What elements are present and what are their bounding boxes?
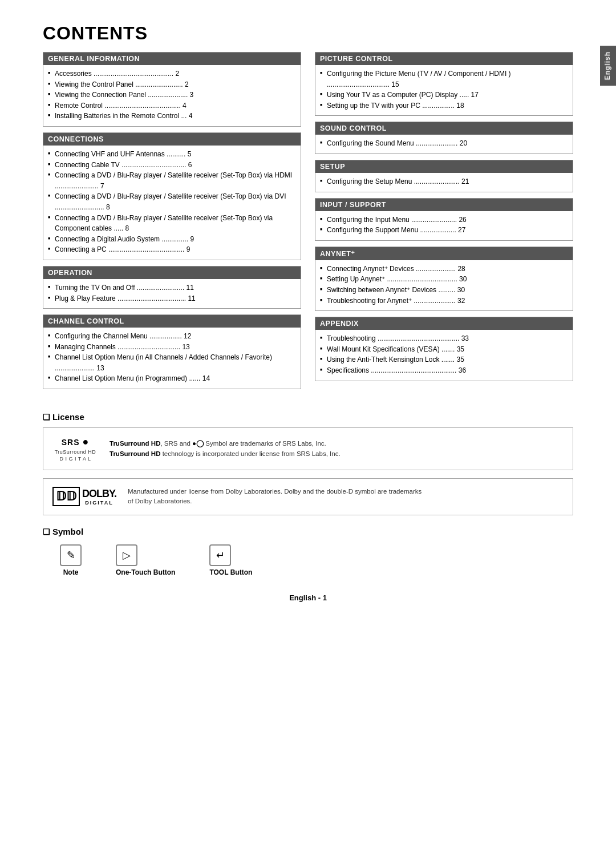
symbol-icon-tool: ↵ xyxy=(209,544,231,566)
license-heading: License xyxy=(43,412,573,422)
dolby-digital-text: DIGITAL xyxy=(82,500,116,506)
toc-item-appendix-1: Wall Mount Kit Specifications (VESA) ...… xyxy=(320,344,568,355)
section-general-information: GENERAL INFORMATIONAccessories .........… xyxy=(43,52,301,127)
toc-item-operation-1: Plug & Play Feature ....................… xyxy=(48,293,296,304)
section-body-setup: Configuring the Setup Menu .............… xyxy=(315,173,573,192)
toc-item-channel-control-0: Configuring the Channel Menu ...........… xyxy=(48,331,296,342)
toc-table: GENERAL INFORMATIONAccessories .........… xyxy=(43,52,573,395)
symbol-item-note: ✎Note xyxy=(60,544,82,576)
toc-item-picture-control-2: Setting up the TV with your PC .........… xyxy=(320,100,568,111)
toc-item-sound-control-0: Configuring the Sound Menu .............… xyxy=(320,138,568,149)
dolby-logo: 𝔻𝔻 DOLBY. DIGITAL xyxy=(52,487,116,506)
toc-item-input-support-1: Configuring the Support Menu ...........… xyxy=(320,225,568,236)
section-header-sound-control: SOUND CONTROL xyxy=(315,122,573,135)
section-sound-control: SOUND CONTROLConfiguring the Sound Menu … xyxy=(315,122,573,154)
srs-sub2: D I G I T A L xyxy=(52,456,98,462)
toc-item-anynet-0: Connecting Anynet⁺ Devices .............… xyxy=(320,264,568,274)
toc-item-connections-3: Connecting a DVD / Blu-Ray player / Sate… xyxy=(48,191,296,212)
dolby-dd-symbol: 𝔻𝔻 xyxy=(52,487,80,506)
section-input-support: INPUT / SUPPORTConfiguring the Input Men… xyxy=(315,198,573,241)
toc-item-setup-0: Configuring the Setup Menu .............… xyxy=(320,176,568,187)
section-header-appendix: APPENDIX xyxy=(315,317,573,330)
page-title: CONTENTS xyxy=(43,23,573,44)
toc-item-channel-control-3: Channel List Option Menu (in Programmed)… xyxy=(48,373,296,384)
symbol-item-tool: ↵TOOL Button xyxy=(209,544,252,576)
side-tab: English xyxy=(600,46,616,86)
section-body-anynet: Connecting Anynet⁺ Devices .............… xyxy=(315,260,573,310)
section-header-connections: CONNECTIONS xyxy=(43,133,301,146)
section-header-setup: SETUP xyxy=(315,160,573,173)
symbol-row: ✎Note▷One-Touch Button↵TOOL Button xyxy=(43,544,573,576)
srs-sub1: TruSurround HD xyxy=(52,449,98,455)
section-channel-control: CHANNEL CONTROLConfiguring the Channel M… xyxy=(43,314,301,389)
symbol-label-tool: TOOL Button xyxy=(209,568,252,576)
right-column: PICTURE CONTROLConfiguring the Picture M… xyxy=(308,52,573,395)
section-anynet: ANYNET⁺Connecting Anynet⁺ Devices ......… xyxy=(315,247,573,311)
toc-item-connections-5: Connecting a Digital Audio System ......… xyxy=(48,234,296,245)
section-setup: SETUPConfiguring the Setup Menu ........… xyxy=(315,160,573,192)
section-body-connections: Connecting VHF and UHF Antennas ........… xyxy=(43,146,301,260)
section-operation: OPERATIONTurning the TV On and Off .....… xyxy=(43,266,301,309)
toc-item-channel-control-1: Managing Channels ......................… xyxy=(48,342,296,353)
section-body-input-support: Configuring the Input Menu .............… xyxy=(315,211,573,240)
symbol-item-one-touch: ▷One-Touch Button xyxy=(116,544,175,576)
section-connections: CONNECTIONSConnecting VHF and UHF Antenn… xyxy=(43,132,301,260)
toc-item-input-support-0: Configuring the Input Menu .............… xyxy=(320,215,568,225)
section-header-channel-control: CHANNEL CONTROL xyxy=(43,315,301,328)
toc-item-connections-1: Connecting Cable TV ....................… xyxy=(48,160,296,171)
toc-item-appendix-0: Troubleshooting ........................… xyxy=(320,333,568,344)
section-header-input-support: INPUT / SUPPORT xyxy=(315,199,573,211)
symbol-label-one-touch: One-Touch Button xyxy=(116,568,175,576)
toc-item-operation-0: Turning the TV On and Off ..............… xyxy=(48,282,296,293)
toc-item-general-information-3: Remote Control .........................… xyxy=(48,100,296,111)
symbol-icon-one-touch: ▷ xyxy=(116,544,137,566)
section-header-anynet: ANYNET⁺ xyxy=(315,247,573,260)
srs-text-bold: TruSurround HD xyxy=(110,440,160,447)
dolby-license-box: 𝔻𝔻 DOLBY. DIGITAL Manufactured under lic… xyxy=(43,478,573,515)
symbol-heading: Symbol xyxy=(43,527,573,536)
toc-item-anynet-3: Troubleshooting for Anynet⁺ ............… xyxy=(320,296,568,306)
toc-item-connections-4: Connecting a DVD / Blu-Ray player / Sate… xyxy=(48,213,296,234)
toc-item-appendix-2: Using the Anti-Theft Kensington Lock ...… xyxy=(320,354,568,365)
toc-item-general-information-4: Installing Batteries in the Remote Contr… xyxy=(48,111,296,122)
srs-license-box: SRS ● TruSurround HD D I G I T A L TruSu… xyxy=(43,427,573,470)
symbol-icon-note: ✎ xyxy=(60,544,82,566)
srs-brand-text: SRS ● xyxy=(52,436,98,448)
page-number: English - 1 xyxy=(289,593,327,602)
section-header-general-information: GENERAL INFORMATION xyxy=(43,53,301,65)
toc-item-appendix-3: Specifications .........................… xyxy=(320,365,568,376)
toc-item-anynet-2: Switching between Anynet⁺ Devices ......… xyxy=(320,285,568,296)
license-section: License SRS ● TruSurround HD D I G I T A… xyxy=(43,412,573,515)
section-appendix: APPENDIXTroubleshooting ................… xyxy=(315,317,573,381)
toc-item-general-information-0: Accessories ............................… xyxy=(48,68,296,79)
srs-license-text: TruSurround HD, SRS and ●◯ Symbol are tr… xyxy=(110,439,341,459)
toc-item-channel-control-2: Channel List Option Menu (in All Channel… xyxy=(48,352,296,373)
toc-item-connections-6: Connecting a PC ........................… xyxy=(48,244,296,255)
page-footer: English - 1 xyxy=(43,593,573,602)
symbol-label-note: Note xyxy=(60,568,82,576)
section-body-appendix: Troubleshooting ........................… xyxy=(315,330,573,380)
toc-item-general-information-1: Viewing the Control Panel ..............… xyxy=(48,79,296,90)
dolby-license-text: Manufactured under license from Dolby La… xyxy=(128,487,422,507)
srs-logo: SRS ● TruSurround HD D I G I T A L xyxy=(52,436,98,462)
section-body-operation: Turning the TV On and Off ..............… xyxy=(43,279,301,308)
section-picture-control: PICTURE CONTROLConfiguring the Picture M… xyxy=(315,52,573,116)
toc-item-anynet-1: Setting Up Anynet⁺ .....................… xyxy=(320,274,568,285)
toc-item-picture-control-0: Configuring the Picture Menu (TV / AV / … xyxy=(320,68,568,90)
section-body-sound-control: Configuring the Sound Menu .............… xyxy=(315,135,573,154)
srs-text-bold2: TruSurround HD xyxy=(110,450,160,457)
toc-item-connections-0: Connecting VHF and UHF Antennas ........… xyxy=(48,149,296,160)
section-body-channel-control: Configuring the Channel Menu ...........… xyxy=(43,328,301,389)
symbol-section: Symbol ✎Note▷One-Touch Button↵TOOL Butto… xyxy=(43,527,573,576)
left-column: GENERAL INFORMATIONAccessories .........… xyxy=(43,52,308,395)
toc-item-picture-control-1: Using Your TV as a Computer (PC) Display… xyxy=(320,90,568,100)
toc-item-general-information-2: Viewing the Connection Panel ...........… xyxy=(48,90,296,100)
section-header-picture-control: PICTURE CONTROL xyxy=(315,53,573,65)
section-header-operation: OPERATION xyxy=(43,266,301,279)
dolby-text: DOLBY. xyxy=(82,488,116,500)
toc-item-connections-2: Connecting a DVD / Blu-Ray player / Sate… xyxy=(48,170,296,191)
section-body-picture-control: Configuring the Picture Menu (TV / AV / … xyxy=(315,65,573,115)
section-body-general-information: Accessories ............................… xyxy=(43,65,301,126)
